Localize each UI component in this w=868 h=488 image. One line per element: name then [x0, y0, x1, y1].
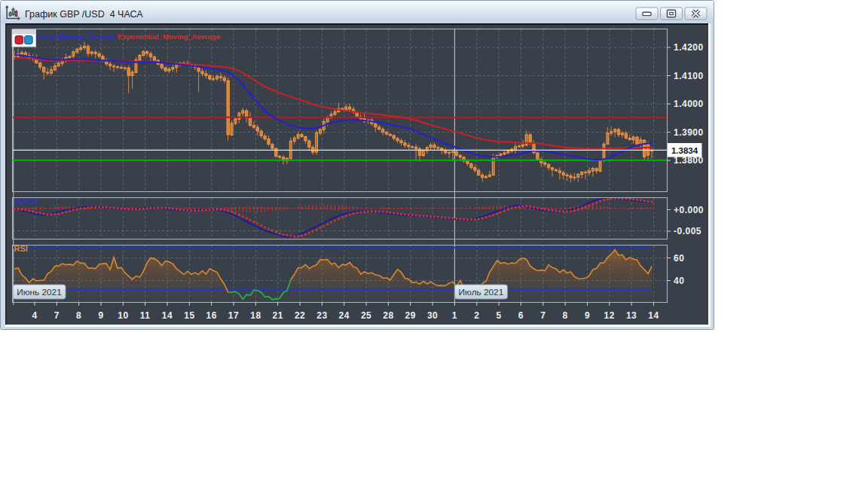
- svg-text:MACD: MACD: [14, 197, 39, 206]
- svg-text:1.3834: 1.3834: [671, 146, 698, 155]
- svg-text:1.3900: 1.3900: [674, 127, 704, 138]
- svg-text:+0.000: +0.000: [674, 205, 704, 215]
- svg-text:22: 22: [295, 310, 305, 321]
- svg-text:14: 14: [162, 310, 173, 321]
- svg-text:23: 23: [316, 310, 327, 321]
- svg-text:6: 6: [518, 310, 524, 321]
- svg-text:13: 13: [626, 310, 637, 321]
- svg-text:Июнь 2021: Июнь 2021: [17, 287, 62, 297]
- svg-text:28: 28: [383, 310, 393, 321]
- svg-text:24: 24: [339, 310, 350, 321]
- svg-text:5: 5: [497, 310, 502, 321]
- svg-text:9: 9: [585, 310, 590, 321]
- svg-text:29: 29: [405, 310, 416, 321]
- svg-text:Июль 2021: Июль 2021: [459, 287, 504, 297]
- svg-text:21: 21: [273, 310, 283, 321]
- svg-text:60: 60: [674, 253, 684, 264]
- svg-text:9: 9: [98, 310, 103, 321]
- svg-text:15: 15: [184, 310, 194, 321]
- svg-text:1.4200: 1.4200: [674, 42, 704, 53]
- svg-text:30: 30: [427, 310, 438, 321]
- svg-text:8: 8: [76, 310, 81, 321]
- svg-text:16: 16: [206, 310, 217, 321]
- svg-text:8: 8: [563, 310, 568, 321]
- svg-text:1.4000: 1.4000: [674, 99, 704, 109]
- svg-text:17: 17: [228, 310, 239, 321]
- svg-text:7: 7: [54, 310, 60, 321]
- svg-text:11: 11: [140, 310, 151, 321]
- svg-text:2: 2: [474, 310, 479, 321]
- svg-text:4: 4: [32, 310, 37, 321]
- svg-text:Exponential_Moving_Average: Exponential_Moving_Average: [118, 32, 220, 41]
- svg-text:1.4100: 1.4100: [674, 71, 704, 81]
- svg-text:12: 12: [604, 310, 615, 321]
- svg-text:RSI: RSI: [14, 244, 28, 253]
- svg-text:25: 25: [361, 310, 371, 321]
- svg-text:14: 14: [648, 310, 659, 321]
- svg-text:10: 10: [118, 310, 128, 321]
- svg-text:-0.005: -0.005: [674, 226, 701, 236]
- svg-text:18: 18: [250, 310, 261, 321]
- svg-text:40: 40: [674, 276, 684, 286]
- svg-text:1: 1: [452, 310, 457, 321]
- svg-text:График GBP /USD 4 ЧАСА: График GBP /USD 4 ЧАСА: [25, 9, 143, 20]
- svg-text:7: 7: [540, 310, 546, 321]
